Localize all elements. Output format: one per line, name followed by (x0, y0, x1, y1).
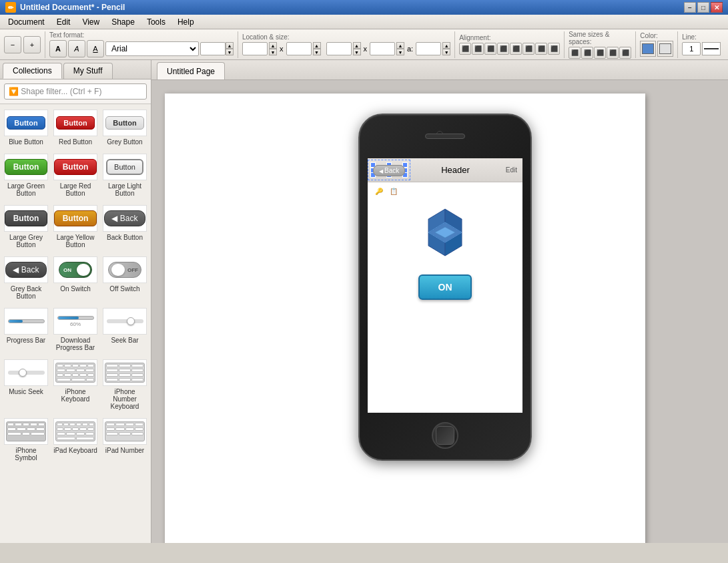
shape-grey-back-button[interactable]: ◀ Back Grey Back Button (3, 254, 49, 303)
color-group: Color: (640, 31, 678, 58)
close-button[interactable]: ✕ (711, 2, 723, 13)
edit-button-on-screen[interactable]: Edit (506, 166, 517, 174)
font-size-up[interactable]: ▲ (226, 42, 234, 49)
line-label: Line: (682, 33, 697, 41)
x-down[interactable]: ▼ (269, 49, 277, 55)
screen-header: Back Header Edit (368, 158, 522, 182)
align-vert-button[interactable]: ⬛ (548, 43, 560, 55)
large-green-label: Large Green Button (4, 182, 48, 197)
tab-collections[interactable]: Collections (3, 63, 62, 79)
menu-help[interactable]: Help (172, 16, 200, 28)
titlebar: ✏ Untitled Document* - Pencil − □ ✕ (0, 0, 728, 15)
shape-grey-button[interactable]: Button Grey Button (101, 107, 148, 148)
shape-large-green-button[interactable]: Button Large Green Button (3, 151, 49, 200)
same-height-button[interactable]: ⬛ (581, 47, 593, 59)
y-input[interactable]: 181 (286, 42, 312, 55)
iphone-symbol-label: iPhone Symbol (4, 447, 48, 461)
align-left-button[interactable]: ⬛ (459, 43, 471, 55)
shape-iphone-symbol[interactable]: iPhone Symbol (3, 415, 49, 464)
shape-progress-bar[interactable]: Progress Bar (3, 305, 49, 354)
shape-large-grey-button[interactable]: Button Large Grey Button (3, 202, 49, 251)
shape-red-button[interactable]: Button Red Button (52, 107, 99, 148)
fill-color-swatch[interactable] (640, 41, 656, 57)
menu-view[interactable]: View (77, 16, 105, 28)
menu-edit[interactable]: Edit (51, 16, 76, 28)
font-size-input[interactable]: 12 (200, 42, 226, 55)
shape-ipad-keyboard[interactable]: iPad Keyboard (52, 415, 99, 464)
x-up[interactable]: ▲ (269, 42, 277, 49)
shape-filter-input[interactable]: 🔽 Shape filter... (Ctrl + F) (4, 83, 147, 100)
shape-blue-button[interactable]: Button Blue Button (3, 107, 49, 148)
red-button-label: Red Button (59, 138, 92, 146)
w-input[interactable]: 50 (326, 42, 352, 55)
menu-shape[interactable]: Shape (106, 16, 140, 28)
large-grey-preview: Button (4, 205, 48, 232)
maximize-button[interactable]: □ (697, 2, 709, 13)
phone-screen: Back Header Edit 🔑 📋 (368, 158, 522, 413)
shape-on-switch[interactable]: ON On Switch (52, 254, 99, 303)
zoom-out-button[interactable]: − (4, 36, 21, 53)
align-bottom-button[interactable]: ⬛ (522, 43, 534, 55)
a-up[interactable]: ▲ (442, 42, 450, 49)
left-panel: Collections My Stuff 🔽 Shape filter... (… (0, 60, 151, 543)
same-vspace-button[interactable]: ⬛ (619, 47, 631, 59)
on-button-on-screen[interactable]: ON (418, 274, 472, 300)
iphone-keyboard-label: iPhone Keyboard (53, 388, 97, 403)
same-size-button[interactable]: ⬛ (594, 47, 606, 59)
back-preview: ◀ Back (103, 205, 147, 232)
align-right-button[interactable]: ⬛ (484, 43, 496, 55)
page-tabs: Untitled Page + New Page... (151, 60, 728, 80)
bold-text-button[interactable]: A (49, 40, 67, 57)
shape-large-light-button[interactable]: Button Large Light Button (101, 151, 148, 200)
same-width-button[interactable]: ⬛ (569, 47, 581, 59)
shape-back-button[interactable]: ◀ Back Back Button (101, 202, 148, 251)
menu-tools[interactable]: Tools (141, 16, 171, 28)
phone-home-button[interactable] (432, 422, 458, 449)
y-up[interactable]: ▲ (313, 42, 321, 49)
align-center-button[interactable]: ⬛ (472, 43, 484, 55)
canvas-scroll[interactable]: Back Header Edit 🔑 📋 (151, 80, 728, 543)
align-middle-button[interactable]: ⬛ (510, 43, 522, 55)
minimize-button[interactable]: − (684, 2, 696, 13)
italic-text-button[interactable]: A (68, 40, 85, 57)
same-hspace-button[interactable]: ⬛ (607, 47, 619, 59)
shape-large-red-button[interactable]: Button Large Red Button (52, 151, 99, 200)
font-select[interactable]: Arial (105, 41, 199, 56)
h-down[interactable]: ▼ (396, 49, 404, 55)
shape-iphone-number-keyboard[interactable]: iPhone Number Keyboard (101, 357, 148, 413)
shape-off-switch[interactable]: OFF Off Switch (101, 254, 148, 303)
font-size-down[interactable]: ▼ (226, 49, 234, 55)
align-horiz-button[interactable]: ⬛ (535, 43, 547, 55)
x-input[interactable]: 477 (242, 42, 268, 55)
on-switch-label: On Switch (60, 285, 91, 293)
align-top-button[interactable]: ⬛ (497, 43, 509, 55)
a-down[interactable]: ▼ (442, 49, 450, 55)
canvas-area: Untitled Page + New Page... (151, 60, 728, 543)
h-up[interactable]: ▲ (396, 42, 404, 49)
shape-ipad-number[interactable]: iPad Number (101, 415, 148, 464)
h-input[interactable]: 30 (370, 42, 395, 55)
shape-seek-bar[interactable]: Seek Bar (101, 305, 148, 354)
w-up[interactable]: ▲ (353, 42, 361, 49)
shape-large-yellow-button[interactable]: Button Large Yellow Button (52, 202, 99, 251)
page-tab-untitled[interactable]: Untitled Page (157, 62, 225, 79)
line-input[interactable] (682, 42, 701, 55)
a-input[interactable]: 0 (416, 42, 441, 55)
w-down[interactable]: ▼ (353, 49, 361, 55)
back-button-on-screen[interactable]: Back (373, 165, 405, 176)
shape-iphone-keyboard[interactable]: iPhone Keyboard (52, 357, 99, 413)
y-down[interactable]: ▼ (313, 49, 321, 55)
tab-mystuff[interactable]: My Stuff (63, 63, 113, 79)
font-size-spinner[interactable]: 12 ▲ ▼ (200, 42, 234, 55)
stroke-color-swatch[interactable] (657, 41, 673, 57)
search-bar: 🔽 Shape filter... (Ctrl + F) (0, 79, 151, 104)
shape-music-seek[interactable]: Music Seek (3, 357, 49, 413)
underline-text-button[interactable]: A (87, 40, 104, 57)
menu-document[interactable]: Document (3, 16, 50, 28)
iphone-number-keyboard-label: iPhone Number Keyboard (103, 388, 147, 410)
shape-download-progress[interactable]: 60% Download Progress Bar (52, 305, 99, 354)
zoom-in-button[interactable]: + (23, 36, 41, 53)
shapes-grid[interactable]: Button Blue Button Button Red Button But… (0, 104, 151, 543)
large-light-preview: Button (103, 154, 147, 180)
large-yellow-preview: Button (53, 205, 97, 232)
